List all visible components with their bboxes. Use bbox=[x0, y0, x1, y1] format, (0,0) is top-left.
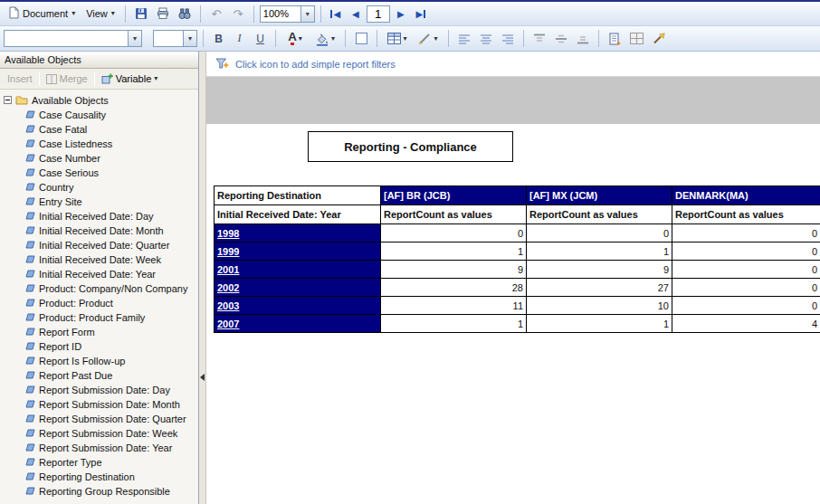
value-cell[interactable]: 27 bbox=[527, 279, 672, 297]
view-menu[interactable]: View ▾ bbox=[81, 6, 119, 21]
italic-button[interactable]: I bbox=[230, 29, 249, 48]
tree-root[interactable]: Available Objects bbox=[4, 92, 198, 108]
row-axis-header-cell[interactable]: Initial Received Date: Year bbox=[215, 205, 381, 224]
redo-button[interactable]: ↷ bbox=[228, 4, 248, 24]
tree-item[interactable]: Case Causality bbox=[4, 108, 198, 122]
tree-item[interactable]: Case Serious bbox=[4, 166, 198, 180]
tree-item[interactable]: Initial Received Date: Quarter bbox=[4, 238, 198, 252]
value-cell[interactable]: 1 bbox=[381, 315, 527, 333]
year-cell[interactable]: 1998 bbox=[215, 224, 381, 242]
value-cell[interactable]: 1 bbox=[381, 242, 527, 261]
font-size-input[interactable] bbox=[153, 30, 184, 47]
format-painter-button[interactable] bbox=[648, 29, 668, 49]
tree-item[interactable]: Report Past Due bbox=[4, 368, 198, 383]
insert-table-button[interactable]: ▾ bbox=[383, 29, 412, 49]
value-cell[interactable]: 0 bbox=[672, 297, 820, 315]
font-name-input[interactable] bbox=[4, 30, 129, 47]
tree-item[interactable]: Country bbox=[4, 180, 198, 195]
year-link[interactable]: 1999 bbox=[217, 246, 239, 257]
tree-item[interactable]: Case Number bbox=[4, 151, 198, 166]
measure-header-cell[interactable]: ReportCount as values bbox=[672, 205, 820, 224]
tree-item[interactable]: Report Submission Date: Week bbox=[4, 426, 198, 441]
add-filter-icon[interactable] bbox=[215, 56, 229, 72]
bold-button[interactable]: B bbox=[209, 29, 228, 48]
tree-item[interactable]: Product: Company/Non Company bbox=[4, 281, 198, 296]
font-color-button[interactable]: A ▾ bbox=[281, 29, 309, 49]
align-center-button[interactable] bbox=[476, 29, 496, 49]
tree-item[interactable]: Report Is Follow-up bbox=[4, 354, 198, 368]
document-menu[interactable]: Document ▾ bbox=[4, 5, 80, 23]
year-cell[interactable]: 2001 bbox=[215, 261, 381, 279]
next-page-button[interactable]: ▶ bbox=[392, 5, 410, 23]
tree-item[interactable]: Reporting Destination bbox=[4, 470, 198, 484]
tree-item[interactable]: Product: Product bbox=[4, 296, 198, 310]
value-cell[interactable]: 11 bbox=[381, 297, 527, 315]
align-right-button[interactable] bbox=[498, 29, 518, 49]
year-cell[interactable]: 2003 bbox=[215, 297, 381, 315]
tree-item[interactable]: Initial Received Date: Week bbox=[4, 252, 198, 267]
tree-item[interactable]: Report Submission Date: Month bbox=[4, 397, 198, 412]
value-cell[interactable]: 9 bbox=[527, 261, 672, 279]
align-left-button[interactable] bbox=[454, 29, 474, 49]
report-title[interactable]: Reporting - Compliance bbox=[308, 131, 513, 162]
tree-item[interactable]: Entry Site bbox=[4, 195, 198, 209]
year-link[interactable]: 2003 bbox=[217, 300, 239, 311]
measure-header-cell[interactable]: ReportCount as values bbox=[381, 205, 527, 224]
year-link[interactable]: 1998 bbox=[217, 228, 239, 239]
year-link[interactable]: 2002 bbox=[217, 282, 239, 293]
save-button[interactable] bbox=[131, 4, 151, 24]
tree-item[interactable]: Product: Product Family bbox=[4, 310, 198, 325]
borders-button[interactable] bbox=[351, 29, 371, 49]
collapse-expander-icon[interactable] bbox=[4, 96, 12, 104]
tree-item[interactable]: Reporter Type bbox=[4, 455, 198, 470]
print-button[interactable] bbox=[153, 4, 173, 24]
undo-button[interactable]: ↶ bbox=[206, 4, 226, 24]
value-cell[interactable]: 0 bbox=[672, 224, 820, 242]
fill-color-button[interactable]: ▾ bbox=[310, 29, 339, 49]
value-cell[interactable]: 4 bbox=[672, 315, 820, 333]
collapse-panel-icon[interactable] bbox=[200, 374, 205, 381]
value-cell[interactable]: 0 bbox=[672, 242, 820, 261]
align-top-button[interactable] bbox=[529, 29, 549, 49]
font-name-dropdown-button[interactable]: ▾ bbox=[129, 30, 142, 47]
tree-item[interactable]: Initial Received Date: Day bbox=[4, 209, 198, 223]
align-middle-button[interactable] bbox=[551, 29, 571, 49]
last-page-button[interactable]: ▶ bbox=[412, 5, 430, 23]
tree-item[interactable]: Report Submission Date: Quarter bbox=[4, 412, 198, 426]
year-cell[interactable]: 1999 bbox=[215, 242, 381, 261]
value-cell[interactable]: 0 bbox=[527, 224, 672, 242]
value-cell[interactable]: 1 bbox=[527, 315, 672, 333]
variable-button[interactable]: Variable ▾ bbox=[98, 71, 162, 86]
panel-splitter[interactable] bbox=[199, 52, 206, 504]
underline-button[interactable]: U bbox=[251, 29, 270, 48]
find-button[interactable] bbox=[175, 4, 195, 24]
tree-item[interactable]: Case Fatal bbox=[4, 122, 198, 137]
page-number-input[interactable] bbox=[367, 5, 390, 23]
tree-item[interactable]: Initial Received Date: Year bbox=[4, 267, 198, 281]
value-cell[interactable]: 10 bbox=[527, 297, 672, 315]
year-link[interactable]: 2007 bbox=[217, 319, 239, 329]
tree-item[interactable]: Reporting Group Responsible bbox=[4, 484, 198, 499]
tree-item[interactable]: Report ID bbox=[4, 339, 198, 354]
value-cell[interactable]: 0 bbox=[381, 224, 527, 242]
measure-header-cell[interactable]: ReportCount as values bbox=[527, 205, 672, 224]
first-page-button[interactable]: ◀ bbox=[327, 5, 345, 23]
year-link[interactable]: 2001 bbox=[217, 264, 239, 275]
year-cell[interactable]: 2007 bbox=[215, 315, 381, 333]
tree-item[interactable]: Report Form bbox=[4, 325, 198, 339]
value-cell[interactable]: 1 bbox=[527, 242, 672, 261]
merge-cells-button[interactable] bbox=[626, 29, 646, 49]
align-bottom-button[interactable] bbox=[573, 29, 593, 49]
value-cell[interactable]: 0 bbox=[672, 279, 820, 297]
value-cell[interactable]: 9 bbox=[381, 261, 527, 279]
merge-button[interactable]: Merge bbox=[43, 71, 91, 86]
column-header-cell[interactable]: [AF] BR (JCB) bbox=[381, 186, 527, 205]
format-cells-button[interactable] bbox=[605, 29, 625, 49]
line-style-button[interactable]: ▾ bbox=[414, 29, 443, 49]
tree-item[interactable]: Initial Received Date: Month bbox=[4, 223, 198, 238]
value-cell[interactable]: 28 bbox=[381, 279, 527, 297]
previous-page-button[interactable]: ◀ bbox=[347, 5, 365, 23]
column-header-cell[interactable]: [AF] MX (JCM) bbox=[527, 186, 672, 205]
corner-header-cell[interactable]: Reporting Destination bbox=[215, 186, 381, 205]
column-header-cell[interactable]: DENMARK(MA) bbox=[672, 186, 820, 205]
